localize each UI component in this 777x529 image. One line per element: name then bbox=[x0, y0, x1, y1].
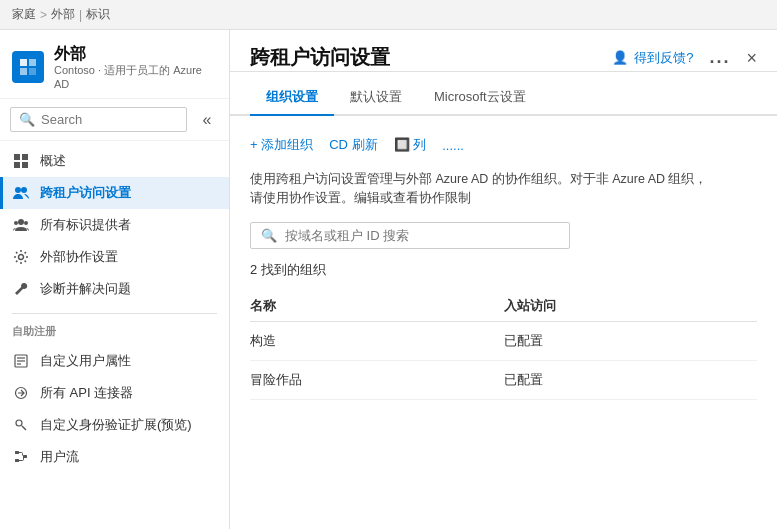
close-button[interactable]: × bbox=[746, 49, 757, 67]
sidebar-item-custom-auth-label: 自定义身份验证扩展(预览) bbox=[40, 416, 192, 434]
people-group-icon bbox=[12, 216, 30, 234]
nav-divider bbox=[12, 313, 217, 314]
main-layout: 外部 Contoso · 适用于员工的 Azure AD 🔍 « 概述 bbox=[0, 30, 777, 529]
sidebar-item-all-providers-label: 所有标识提供者 bbox=[40, 216, 131, 234]
orgs-table: 名称 入站访问 构造 已配置 冒险作品 已配置 bbox=[250, 289, 757, 400]
sidebar-item-custom-auth[interactable]: 自定义身份验证扩展(预览) bbox=[0, 409, 229, 441]
sidebar-item-cross-tenant-label: 跨租户访问设置 bbox=[40, 184, 131, 202]
results-count: 2 找到的组织 bbox=[250, 261, 757, 279]
svg-rect-20 bbox=[15, 451, 19, 454]
main-content: 跨租户访问设置 👤 得到反馈? ... × 组织设置 默认设置 Microsof… bbox=[230, 30, 777, 529]
col-name: 名称 bbox=[250, 289, 504, 322]
sidebar-subtitle: Contoso · 适用于员工的 Azure AD bbox=[54, 63, 217, 90]
sidebar-item-external-collab[interactable]: 外部协作设置 bbox=[0, 241, 229, 273]
org-inbound-1: 已配置 bbox=[504, 360, 758, 399]
form-icon bbox=[12, 352, 30, 370]
refresh-label: CD 刷新 bbox=[329, 136, 377, 154]
sidebar-title: 外部 bbox=[54, 44, 217, 63]
sidebar-item-diagnose-label: 诊断并解决问题 bbox=[40, 280, 131, 298]
svg-point-13 bbox=[19, 255, 24, 260]
sidebar-collapse-button[interactable]: « bbox=[195, 108, 219, 132]
sidebar-item-api-connectors[interactable]: 所有 API 连接器 bbox=[0, 377, 229, 409]
svg-rect-21 bbox=[23, 455, 27, 458]
tab-org-settings[interactable]: 组织设置 bbox=[250, 80, 334, 116]
svg-point-9 bbox=[21, 187, 27, 193]
breadcrumb: 家庭 > 外部 | 标识 bbox=[0, 0, 777, 30]
tab-ms-cloud-settings[interactable]: Microsoft云设置 bbox=[418, 80, 542, 116]
feedback-icon: 👤 bbox=[612, 50, 628, 65]
people-icon bbox=[12, 184, 30, 202]
org-inbound-0: 已配置 bbox=[504, 321, 758, 360]
add-org-button[interactable]: + 添加组织 bbox=[250, 132, 313, 158]
sidebar-item-external-collab-label: 外部协作设置 bbox=[40, 248, 118, 266]
page-title: 跨租户访问设置 bbox=[250, 44, 390, 71]
svg-rect-6 bbox=[14, 162, 20, 168]
sidebar-search-icon: 🔍 bbox=[19, 112, 35, 127]
feedback-label: 得到反馈? bbox=[634, 49, 693, 67]
svg-point-11 bbox=[14, 221, 18, 225]
sidebar-item-custom-attr-label: 自定义用户属性 bbox=[40, 352, 131, 370]
content-header: 跨租户访问设置 👤 得到反馈? ... × bbox=[230, 30, 777, 72]
api-icon bbox=[12, 384, 30, 402]
wrench-icon bbox=[12, 280, 30, 298]
org-search-input[interactable] bbox=[285, 228, 559, 243]
tab-default-settings[interactable]: 默认设置 bbox=[334, 80, 418, 116]
columns-label: 🔲 列 bbox=[394, 136, 427, 154]
org-search-box[interactable]: 🔍 bbox=[250, 222, 570, 249]
sidebar-logo bbox=[12, 51, 44, 83]
feedback-button[interactable]: 👤 得到反馈? bbox=[612, 49, 693, 67]
svg-rect-2 bbox=[20, 68, 27, 75]
sidebar-item-api-connectors-label: 所有 API 连接器 bbox=[40, 384, 133, 402]
key-icon bbox=[12, 416, 30, 434]
sidebar-item-diagnose[interactable]: 诊断并解决问题 bbox=[0, 273, 229, 305]
sidebar-item-user-flows-label: 用户流 bbox=[40, 448, 79, 466]
add-org-label: + 添加组织 bbox=[250, 136, 313, 154]
sidebar-item-custom-attr[interactable]: 自定义用户属性 bbox=[0, 345, 229, 377]
svg-point-10 bbox=[18, 219, 24, 225]
org-name-0: 构造 bbox=[250, 321, 504, 360]
sidebar-item-cross-tenant[interactable]: 跨租户访问设置 bbox=[0, 177, 229, 209]
search-input[interactable] bbox=[41, 112, 178, 127]
description-text: 使用跨租户访问设置管理与外部 Azure AD 的协作组织。对于非 Azure … bbox=[250, 170, 710, 208]
svg-rect-1 bbox=[29, 59, 36, 66]
svg-rect-3 bbox=[29, 68, 36, 75]
sidebar-item-user-flows[interactable]: 用户流 bbox=[0, 441, 229, 473]
breadcrumb-external[interactable]: 外部 bbox=[51, 6, 75, 23]
sidebar-item-overview-label: 概述 bbox=[40, 152, 66, 170]
svg-point-8 bbox=[15, 187, 21, 193]
svg-rect-4 bbox=[14, 154, 20, 160]
svg-point-12 bbox=[24, 221, 28, 225]
sidebar-item-all-providers[interactable]: 所有标识提供者 bbox=[0, 209, 229, 241]
breadcrumb-home[interactable]: 家庭 bbox=[12, 6, 36, 23]
more-options-button[interactable]: ... bbox=[709, 47, 730, 68]
table-row: 构造 已配置 bbox=[250, 321, 757, 360]
svg-rect-5 bbox=[22, 154, 28, 160]
grid-icon bbox=[12, 152, 30, 170]
svg-rect-0 bbox=[20, 59, 27, 66]
sidebar-header-text: 外部 Contoso · 适用于员工的 Azure AD bbox=[54, 44, 217, 90]
nav-section-main: 概述 跨租户访问设置 所有标识提供者 外部协作设置 bbox=[0, 141, 229, 309]
col-inbound: 入站访问 bbox=[504, 289, 758, 322]
svg-rect-22 bbox=[15, 459, 19, 462]
header-actions: 👤 得到反馈? ... × bbox=[612, 47, 757, 68]
org-name-1: 冒险作品 bbox=[250, 360, 504, 399]
sidebar-item-overview[interactable]: 概述 bbox=[0, 145, 229, 177]
tabs-bar: 组织设置 默认设置 Microsoft云设置 bbox=[230, 80, 777, 116]
toolbar-more-button[interactable]: ...... bbox=[442, 134, 464, 157]
toolbar: + 添加组织 CD 刷新 🔲 列 ...... bbox=[250, 132, 757, 158]
sidebar-header: 外部 Contoso · 适用于员工的 Azure AD bbox=[0, 30, 229, 99]
breadcrumb-sep2: | bbox=[79, 8, 82, 22]
sidebar: 外部 Contoso · 适用于员工的 Azure AD 🔍 « 概述 bbox=[0, 30, 230, 529]
org-search-icon: 🔍 bbox=[261, 228, 277, 243]
breadcrumb-sep1: > bbox=[40, 8, 47, 22]
sidebar-search-row: 🔍 « bbox=[0, 99, 229, 141]
toolbar-more-label: ...... bbox=[442, 138, 464, 153]
content-body: + 添加组织 CD 刷新 🔲 列 ...... 使用跨租户访问设置管理与外部 A… bbox=[230, 116, 777, 529]
external-icon bbox=[18, 57, 38, 77]
nav-section-self-service: 自定义用户属性 所有 API 连接器 自定义身份验证扩展(预览) 用户流 bbox=[0, 341, 229, 477]
refresh-button[interactable]: CD 刷新 bbox=[329, 132, 377, 158]
nav-section-self-service-label: 自助注册 bbox=[0, 318, 229, 341]
sidebar-search-box[interactable]: 🔍 bbox=[10, 107, 187, 132]
columns-button[interactable]: 🔲 列 bbox=[394, 132, 427, 158]
flow-icon bbox=[12, 448, 30, 466]
